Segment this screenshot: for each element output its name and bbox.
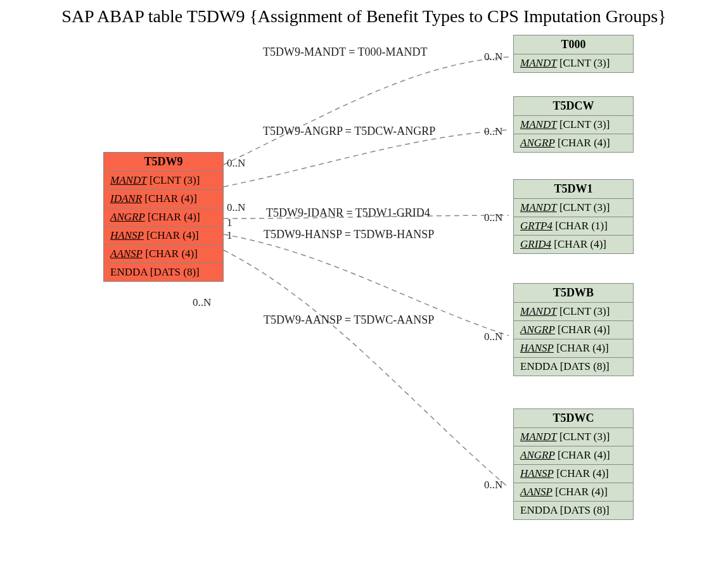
entity-field: ANGRP [CHAR (4)] [514, 134, 633, 152]
cardinality-label: 0..N [193, 296, 211, 309]
cardinality-label: 0..N [484, 125, 502, 138]
entity-t5dcw: T5DCW MANDT [CLNT (3)] ANGRP [CHAR (4)] [513, 96, 634, 153]
entity-field: MANDT [CLNT (3)] [514, 428, 633, 446]
edge-label: T5DW9-HANSP = T5DWB-HANSP [264, 228, 434, 241]
entity-field: MANDT [CLNT (3)] [514, 199, 633, 217]
entity-field: MANDT [CLNT (3)] [104, 172, 223, 190]
cardinality-label: 1 [227, 217, 233, 229]
edge-label: T5DW9-ANGRP = T5DCW-ANGRP [263, 125, 435, 138]
entity-field: AANSP [CHAR (4)] [514, 483, 633, 502]
entity-field: ENDDA [DATS (8)] [104, 263, 223, 281]
entity-t5dwc: T5DWC MANDT [CLNT (3)] ANGRP [CHAR (4)] … [513, 408, 634, 520]
cardinality-label: 0..N [484, 479, 502, 491]
cardinality-label: 0..N [484, 51, 502, 63]
entity-field: ANGRP [CHAR (4)] [104, 208, 223, 227]
entity-t000: T000 MANDT [CLNT (3)] [513, 35, 634, 73]
edge-label: T5DW9-MANDT = T000-MANDT [263, 46, 427, 59]
entity-header: T5DWC [514, 409, 633, 428]
entity-field: AANSP [CHAR (4)] [104, 245, 223, 263]
entity-field: ANGRP [CHAR (4)] [514, 321, 633, 339]
cardinality-label: 0..N [484, 331, 502, 343]
entity-t5dwb: T5DWB MANDT [CLNT (3)] ANGRP [CHAR (4)] … [513, 283, 634, 376]
entity-field: ANGRP [CHAR (4)] [514, 446, 633, 465]
edge-label: T5DW9-AANSP = T5DWC-AANSP [264, 313, 434, 327]
entity-field: HANSP [CHAR (4)] [104, 227, 223, 245]
entity-field: GRID4 [CHAR (4)] [514, 236, 633, 253]
entity-header: T5DCW [514, 97, 633, 116]
entity-field: GRTP4 [CHAR (1)] [514, 217, 633, 236]
entity-field: ENDDA [DATS (8)] [514, 502, 633, 519]
entity-field: HANSP [CHAR (4)] [514, 465, 633, 483]
entity-t5dw9: T5DW9 MANDT [CLNT (3)] IDANR [CHAR (4)] … [103, 152, 224, 282]
entity-field: HANSP [CHAR (4)] [514, 339, 633, 358]
entity-field: MANDT [CLNT (3)] [514, 303, 633, 321]
entity-field: MANDT [CLNT (3)] [514, 116, 633, 134]
entity-t5dw1: T5DW1 MANDT [CLNT (3)] GRTP4 [CHAR (1)] … [513, 179, 634, 254]
entity-header: T5DWB [514, 284, 633, 303]
cardinality-label: 0..N [227, 201, 245, 214]
cardinality-label: 0..N [484, 212, 502, 224]
entity-header: T5DW9 [104, 153, 223, 172]
cardinality-label: 1 [227, 229, 233, 242]
entity-header: T000 [514, 35, 633, 54]
entity-field: IDANR [CHAR (4)] [104, 190, 223, 208]
cardinality-label: 0..N [227, 157, 245, 170]
edge-label: T5DW9-IDANR = T5DW1-GRID4 [266, 206, 430, 220]
entity-field: MANDT [CLNT (3)] [514, 54, 633, 72]
entity-header: T5DW1 [514, 180, 633, 199]
diagram-title: SAP ABAP table T5DW9 {Assignment of Bene… [0, 6, 728, 27]
entity-field: ENDDA [DATS (8)] [514, 358, 633, 376]
